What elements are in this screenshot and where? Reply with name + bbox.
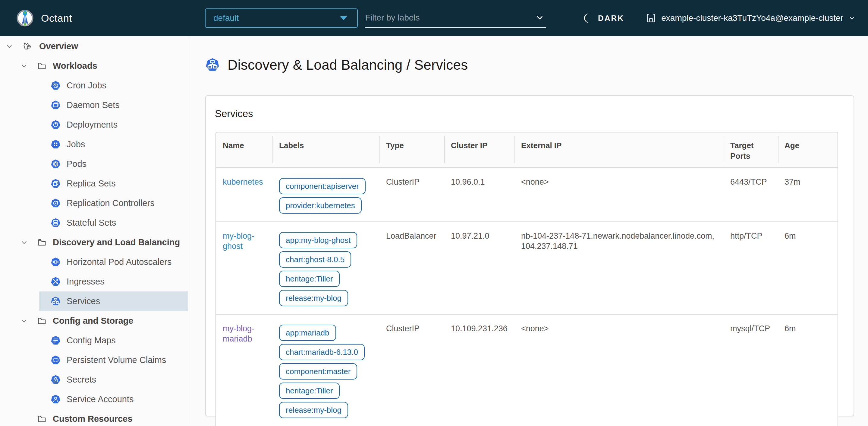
sidebar-item-stateful-sets[interactable]: Stateful Sets [0, 213, 188, 233]
name-cell: my-blog-ghost [216, 222, 273, 314]
sidebar-item-secrets[interactable]: Secrets [0, 370, 188, 390]
sidebar-item-label: Persistent Volume Claims [67, 355, 166, 365]
sidebar-item-label: Overview [39, 41, 78, 51]
label-filter-input[interactable] [365, 13, 535, 23]
external-ip-cell: <none> [515, 314, 724, 426]
sidebar-item-label: Config Maps [67, 336, 116, 345]
pod-icon [51, 159, 61, 169]
sidebar-item-workloads[interactable]: Workloads [0, 56, 188, 76]
sidebar-item-deployments[interactable]: Deployments [0, 115, 188, 135]
label-pill[interactable]: chart:ghost-8.0.5 [279, 251, 351, 267]
labels-cell: app:mariadbchart:mariadb-6.13.0component… [273, 314, 379, 426]
sidebar-item-label: Replication Controllers [67, 198, 155, 208]
main-content: Discovery & Load Balancing / Services Se… [189, 36, 868, 426]
sidebar-item-services[interactable]: Services [0, 291, 188, 311]
configmap-icon [51, 336, 61, 345]
label-pill[interactable]: app:my-blog-ghost [279, 232, 357, 248]
folder-icon [37, 238, 47, 247]
sidebar-item-persistent-volume-claims[interactable]: Persistent Volume Claims [0, 350, 188, 370]
chevron-down-icon[interactable] [20, 317, 28, 325]
namespace-dropdown-value: default [213, 13, 340, 23]
folder-icon [37, 316, 47, 326]
name-cell: kubernetes [216, 168, 273, 222]
label-pill[interactable]: heritage:Tiller [279, 382, 340, 399]
sidebar-item-jobs[interactable]: Jobs [0, 135, 188, 154]
sidebar-item-config-maps[interactable]: Config Maps [0, 331, 188, 350]
label-pill[interactable]: component:apiserver [279, 178, 366, 194]
label-pill[interactable]: release:my-blog [279, 402, 348, 418]
label-pill[interactable]: component:master [279, 363, 357, 379]
chevron-down-icon[interactable] [535, 13, 544, 22]
column-header: External IP [515, 133, 724, 168]
column-header: Name [216, 133, 273, 168]
service-name-link[interactable]: my-blog-ghost [223, 231, 254, 250]
sidebar-item-label: Cron Jobs [67, 81, 106, 90]
sidebar-item-label: Jobs [67, 139, 85, 149]
sidebar-item-ingresses[interactable]: Ingresses [0, 272, 188, 291]
sidebar-item-label: Custom Resources [53, 414, 132, 424]
page-title: Discovery & Load Balancing / Services [227, 57, 468, 73]
labels-cell: component:apiserverprovider:kubernetes [273, 168, 379, 222]
theme-toggle-label: DARK [598, 13, 624, 23]
sidebar-item-config-and-storage[interactable]: Config and Storage [0, 311, 188, 331]
table-row: my-blog-mariadbapp:mariadbchart:mariadb-… [216, 314, 838, 426]
sidebar-item-replication-controllers[interactable]: Replication Controllers [0, 193, 188, 213]
sidebar-item-replica-sets[interactable]: Replica Sets [0, 174, 188, 193]
sidebar-item-label: Ingresses [67, 277, 104, 287]
sidebar-item-service-accounts[interactable]: Service Accounts [0, 390, 188, 409]
replicationcontroller-icon [51, 198, 61, 208]
app-title: Octant [41, 12, 72, 24]
age-cell: 6m [778, 222, 838, 314]
cluster-ip-cell: 10.96.0.1 [444, 168, 515, 222]
sidebar-item-discovery-and-load-balancing[interactable]: Discovery and Load Balancing [0, 233, 188, 252]
chevron-down-icon[interactable] [20, 239, 28, 247]
theme-toggle-button[interactable]: DARK [582, 0, 624, 36]
sidebar-item-label: Replica Sets [67, 179, 116, 189]
label-pill[interactable]: chart:mariadb-6.13.0 [279, 344, 365, 360]
sidebar-item-custom-resources[interactable]: Custom Resources [0, 409, 188, 426]
sidebar-item-daemon-sets[interactable]: Daemon Sets [0, 95, 188, 115]
sidebar-item-pods[interactable]: Pods [0, 154, 188, 174]
sidebar-item-label: Service Accounts [67, 394, 133, 404]
type-cell: ClusterIP [379, 314, 444, 426]
cluster-icon [646, 13, 656, 24]
folder-icon [37, 61, 47, 71]
label-pill[interactable]: heritage:Tiller [279, 271, 340, 287]
caret-down-icon [340, 16, 347, 20]
services-card: Services NameLabelsTypeCluster IPExterna… [205, 95, 854, 416]
pvc-icon [51, 355, 61, 365]
label-pill[interactable]: provider:kubernetes [279, 197, 362, 214]
replicaset-icon [51, 179, 61, 189]
label-pill[interactable]: release:my-blog [279, 290, 348, 306]
type-cell: ClusterIP [379, 168, 444, 222]
service-name-link[interactable]: my-blog-mariadb [223, 324, 254, 343]
sidebar-item-horizontal-pod-autoscalers[interactable]: Horizontal Pod Autoscalers [0, 252, 188, 272]
column-header: Cluster IP [444, 133, 515, 168]
cronjob-icon [51, 81, 61, 90]
sidebar-item-label: Secrets [67, 375, 96, 385]
label-filter [365, 8, 546, 28]
external-ip-cell: nb-104-237-148-71.newark.nodebalancer.li… [515, 222, 724, 314]
sidebar-item-overview[interactable]: Overview [0, 36, 188, 56]
table-row: my-blog-ghostapp:my-blog-ghostchart:ghos… [216, 222, 838, 314]
chevron-down-icon [848, 14, 856, 22]
hpa-icon [51, 257, 61, 267]
daemonset-icon [51, 100, 61, 110]
sidebar-item-label: Services [67, 296, 100, 306]
chevron-down-icon[interactable] [20, 62, 28, 70]
cluster-ip-cell: 10.109.231.236 [444, 314, 515, 426]
namespace-dropdown[interactable]: default [205, 8, 358, 28]
sidebar-item-cron-jobs[interactable]: Cron Jobs [0, 76, 188, 95]
sidebar-item-label: Horizontal Pod Autoscalers [67, 257, 172, 267]
service-icon [51, 296, 61, 306]
target-ports-cell: 6443/TCP [724, 168, 778, 222]
target-ports-cell: mysql/TCP [724, 314, 778, 426]
deployment-icon [51, 120, 61, 130]
ingress-icon [51, 277, 61, 287]
sidebar-item-label: Deployments [67, 120, 118, 130]
cluster-context-selector[interactable]: example-cluster-ka3TuTzYo4a@example-clus… [646, 0, 856, 36]
label-pill[interactable]: app:mariadb [279, 324, 336, 341]
chevron-down-icon[interactable] [5, 42, 13, 50]
service-name-link[interactable]: kubernetes [223, 177, 263, 187]
service-heptagon-icon [205, 58, 220, 72]
